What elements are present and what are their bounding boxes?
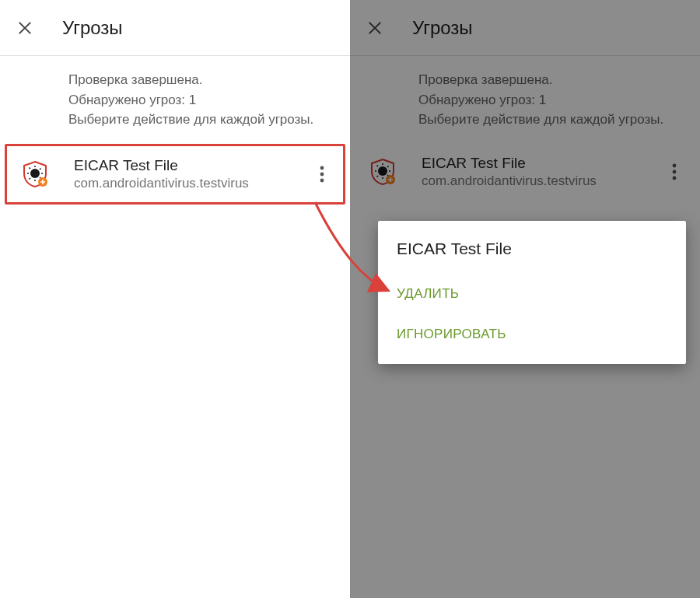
menu-title: EICAR Test File (378, 236, 686, 274)
threat-package: com.androidantivirus.testvirus (74, 176, 310, 191)
close-icon[interactable] (16, 19, 34, 37)
svg-point-0 (30, 169, 40, 178)
shield-virus-icon (21, 160, 49, 188)
more-options-icon[interactable] (310, 159, 334, 190)
svg-point-3 (320, 172, 324, 176)
menu-item-ignore[interactable]: ИГНОРИРОВАТЬ (378, 314, 686, 355)
summary-line: Обнаружено угроз: 1 (68, 90, 334, 110)
threat-row[interactable]: EICAR Test File com.androidantivirus.tes… (5, 144, 345, 205)
summary-line: Выберите действие для каждой угрозы. (68, 110, 334, 130)
menu-item-delete[interactable]: УДАЛИТЬ (378, 274, 686, 314)
threat-name: EICAR Test File (74, 157, 310, 174)
threat-actions-menu: EICAR Test File УДАЛИТЬ ИГНОРИРОВАТЬ (378, 221, 686, 364)
svg-point-2 (320, 166, 324, 170)
screen-threats-list: Угрозы Проверка завершена. Обнаружено уг… (0, 0, 350, 598)
scan-summary: Проверка завершена. Обнаружено угроз: 1 … (0, 56, 350, 144)
summary-line: Проверка завершена. (68, 70, 334, 90)
header: Угрозы (0, 0, 350, 56)
page-title: Угрозы (62, 17, 123, 39)
screenshot-stage: Угрозы Проверка завершена. Обнаружено уг… (0, 0, 700, 598)
svg-point-4 (320, 178, 324, 182)
threat-text: EICAR Test File com.androidantivirus.tes… (74, 157, 310, 191)
